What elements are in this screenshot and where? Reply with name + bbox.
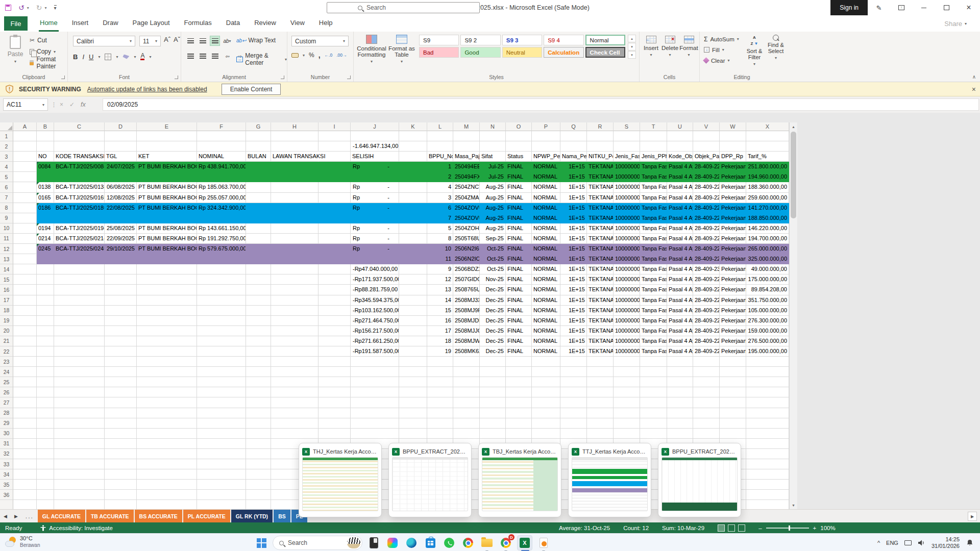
cell-X15[interactable]: 175.000.000,00: [746, 274, 789, 285]
menu-tab-home[interactable]: Home: [33, 15, 65, 32]
cell-J3[interactable]: SELISIH: [351, 152, 399, 162]
cell-G23[interactable]: [246, 357, 271, 367]
row-header-30[interactable]: 30: [0, 429, 13, 439]
cell-V25[interactable]: [693, 377, 720, 387]
cell-K12[interactable]: [399, 244, 427, 254]
alignment-dialog-launcher-icon[interactable]: [281, 76, 284, 79]
cell-O27[interactable]: [506, 397, 532, 408]
cell-L22[interactable]: 19: [427, 346, 453, 357]
cell-B26[interactable]: [37, 387, 54, 397]
cell-S20[interactable]: 100000000: [614, 326, 640, 336]
cell-Q4[interactable]: 1E+15: [560, 162, 587, 172]
cell-G24[interactable]: [246, 367, 271, 377]
cell-C24[interactable]: [54, 367, 105, 377]
cell-U29[interactable]: [667, 418, 693, 429]
cell-S17[interactable]: 100000000: [614, 295, 640, 306]
cell-C34[interactable]: [54, 469, 105, 480]
cell-W12[interactable]: Pekerjaan: [720, 244, 746, 254]
cell-C15[interactable]: [54, 274, 105, 285]
cell-L3[interactable]: BPPU_No: [427, 152, 453, 162]
cell-J26[interactable]: [351, 387, 399, 397]
cell-W27[interactable]: [720, 397, 746, 408]
cell-P23[interactable]: [532, 357, 560, 367]
cell-I28[interactable]: [318, 408, 351, 418]
cell-H17[interactable]: [271, 295, 318, 306]
sort-filter-button[interactable]: AZ ▼Sort & Filter▾: [745, 35, 764, 67]
cell-W24[interactable]: [720, 367, 746, 377]
fill-button[interactable]: ↓Fill▾: [704, 45, 739, 54]
cell-E22[interactable]: [137, 346, 197, 357]
menu-tab-view[interactable]: View: [283, 15, 312, 32]
cell-F19[interactable]: [197, 316, 246, 326]
cell-P27[interactable]: [532, 397, 560, 408]
cell-C2[interactable]: [54, 141, 105, 152]
cell-F14[interactable]: [197, 264, 246, 274]
cell-N3[interactable]: Sifat: [480, 152, 506, 162]
cell-T7[interactable]: Tanpa Fas: [640, 193, 667, 203]
cell-Q9[interactable]: 1E+15: [560, 213, 587, 223]
cell-D12[interactable]: 29/10/2025: [105, 244, 137, 254]
cell-E24[interactable]: [137, 367, 197, 377]
cell-P1[interactable]: [532, 131, 560, 141]
cell-P5[interactable]: NORMAL: [532, 172, 560, 182]
cell-K3[interactable]: [399, 152, 427, 162]
cell-O24[interactable]: [506, 367, 532, 377]
cell-D5[interactable]: [105, 172, 137, 182]
bold-button[interactable]: B: [73, 53, 78, 61]
cell-F30[interactable]: [197, 429, 246, 439]
cell-G12[interactable]: [246, 244, 271, 254]
cell-R15[interactable]: TEKTANA: [587, 274, 614, 285]
cell-W21[interactable]: Pekerjaan: [720, 336, 746, 346]
cell-P8[interactable]: NORMAL: [532, 203, 560, 213]
accessibility-status[interactable]: Accessibility: Investigate: [40, 525, 113, 531]
cell-H22[interactable]: [271, 346, 318, 357]
row-header-36[interactable]: 36: [0, 490, 13, 500]
menu-tab-page-layout[interactable]: Page Layout: [126, 15, 177, 32]
weather-widget[interactable]: 30°C Berawan: [5, 535, 40, 548]
cell-P7[interactable]: NORMAL: [532, 193, 560, 203]
cell-I17[interactable]: [318, 295, 351, 306]
cell-A27[interactable]: [13, 397, 37, 408]
cell-W3[interactable]: DPP_Rp: [720, 152, 746, 162]
title-search-box[interactable]: Search: [327, 2, 480, 13]
column-header-J[interactable]: J: [351, 122, 399, 131]
cell-N27[interactable]: [480, 397, 506, 408]
row-header-34[interactable]: 34: [0, 469, 13, 480]
sheet-nav-right-icon[interactable]: ▶: [11, 514, 21, 519]
cell-X2[interactable]: [746, 141, 789, 152]
cell-H26[interactable]: [271, 387, 318, 397]
cell-E25[interactable]: [137, 377, 197, 387]
cell-K1[interactable]: [399, 131, 427, 141]
cell-X34[interactable]: [746, 469, 789, 480]
cell-O22[interactable]: FINAL: [506, 346, 532, 357]
cell-W11[interactable]: Pekerjaan: [720, 234, 746, 244]
decrease-indent-button[interactable]: ⇦: [222, 51, 232, 61]
cell-P21[interactable]: NORMAL: [532, 336, 560, 346]
cell-Q6[interactable]: 1E+15: [560, 182, 587, 192]
cell-E6[interactable]: PT BUMI BERKAH BOG: [137, 182, 197, 192]
name-box[interactable]: AC11▾: [3, 98, 48, 111]
cell-D1[interactable]: [105, 131, 137, 141]
cell-M2[interactable]: [453, 141, 480, 152]
cell-U16[interactable]: Pasal 4 Ay: [667, 285, 693, 295]
row-header-20[interactable]: 20: [0, 326, 13, 336]
cell-U8[interactable]: Pasal 4 Ay: [667, 203, 693, 213]
cell-S1[interactable]: [614, 131, 640, 141]
cell-R21[interactable]: TEKTANA: [587, 336, 614, 346]
cell-K14[interactable]: [399, 264, 427, 274]
row-header-12[interactable]: 12: [0, 244, 13, 254]
row-header-2[interactable]: 2: [0, 141, 13, 152]
cell-O16[interactable]: FINAL: [506, 285, 532, 295]
cell-L8[interactable]: 6: [427, 203, 453, 213]
cell-G2[interactable]: [246, 141, 271, 152]
cell-V7[interactable]: 28-409-22: [693, 193, 720, 203]
cell-R18[interactable]: TEKTANA: [587, 306, 614, 316]
cell-G13[interactable]: [246, 254, 271, 264]
cell-N13[interactable]: Oct-25: [480, 254, 506, 264]
cell-F5[interactable]: [197, 172, 246, 182]
cell-W5[interactable]: Pekerjaan: [720, 172, 746, 182]
cell-T8[interactable]: Tanpa Fas: [640, 203, 667, 213]
cell-X1[interactable]: [746, 131, 789, 141]
cell-N11[interactable]: Sep-25: [480, 234, 506, 244]
cell-C10[interactable]: BCA-TTJ/2025/0194: [54, 223, 105, 234]
